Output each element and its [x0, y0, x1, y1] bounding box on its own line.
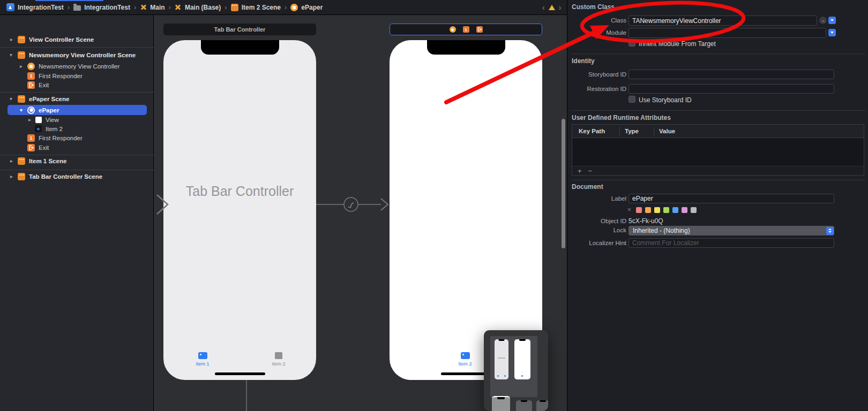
- inherit-module-label: Inherit Module From Target: [639, 40, 716, 48]
- scene-icon: [231, 4, 238, 11]
- clear-color-button[interactable]: ×: [627, 206, 631, 214]
- color-swatch-yellow[interactable]: [654, 207, 660, 213]
- nav-back-button[interactable]: ‹: [542, 4, 545, 11]
- localizer-hint-label: Localizer Hint: [567, 240, 626, 246]
- canvas-minimap[interactable]: [484, 330, 548, 411]
- object-id-value: 5cX-Fk-u0Q: [628, 217, 663, 225]
- use-storyboard-id-checkbox[interactable]: [628, 96, 635, 103]
- jump-to-class-button[interactable]: →: [819, 17, 827, 24]
- divider: [571, 110, 865, 111]
- chevron-right-icon[interactable]: ▸: [20, 62, 23, 71]
- breadcrumb-label: IntegrationTest: [84, 4, 130, 11]
- relationship-segue-icon: [344, 197, 358, 211]
- module-input[interactable]: [628, 28, 826, 38]
- lock-label: Lock: [567, 227, 626, 233]
- folder-icon: [73, 5, 81, 11]
- breadcrumb-separator: ›: [169, 3, 171, 11]
- section-title-custom-class: Custom Class: [572, 3, 615, 11]
- section-title-document: Document: [572, 183, 603, 191]
- sidebar-item-newsmemory-scene[interactable]: ▾ Newsmemory View Controller Scene: [0, 50, 154, 60]
- section-title-identity: Identity: [572, 57, 595, 65]
- chevron-down-icon: [830, 19, 834, 21]
- sidebar-item-exit[interactable]: Exit: [0, 80, 154, 90]
- minimap-phone: [492, 396, 510, 411]
- breadcrumb-group[interactable]: IntegrationTest: [73, 4, 130, 11]
- breadcrumb-view-controller[interactable]: ePaper: [290, 4, 323, 11]
- runtime-attributes-table[interactable]: Key Path Type Value + −: [572, 124, 864, 176]
- color-swatch-red[interactable]: [636, 207, 642, 213]
- lock-value: Inherited - (Nothing): [633, 227, 690, 234]
- class-input[interactable]: [628, 16, 817, 26]
- object-id-label: Object ID: [567, 218, 626, 224]
- sidebar-item-epaper-scene[interactable]: ▾ ePaper Scene: [0, 94, 154, 104]
- storyboard-icon: [175, 4, 182, 11]
- sidebar-item-item2[interactable]: ★ Item 2: [0, 124, 154, 134]
- view-controller-icon: [27, 106, 35, 114]
- sidebar-item-first-responder[interactable]: 1 First Responder: [0, 133, 154, 143]
- breadcrumb-scene[interactable]: Item 2 Scene: [231, 4, 281, 11]
- module-field-label: Module: [567, 29, 626, 36]
- tab-bar-item-icon: ★: [35, 125, 42, 132]
- document-outline: ▸ View Controller Scene ▾ Newsmemory Vie…: [0, 15, 154, 411]
- sidebar-item-view[interactable]: ▸ View: [0, 115, 154, 125]
- initial-entry-arrow-icon: [157, 195, 168, 214]
- view-icon: [35, 117, 42, 123]
- breadcrumb-storyboard-base[interactable]: Main (Base): [175, 4, 221, 11]
- breadcrumb-project[interactable]: IntegrationTest: [6, 3, 64, 11]
- sidebar-item-newsmemory-view-controller[interactable]: ▸ Newsmemory View Controller: [0, 62, 154, 71]
- first-responder-icon: 1: [27, 72, 35, 80]
- sidebar-item-exit[interactable]: Exit: [0, 143, 154, 153]
- sidebar-item-tab-bar-controller-scene[interactable]: ▸ Tab Bar Controller Scene: [0, 172, 154, 181]
- column-value: Value: [659, 125, 675, 138]
- chevron-right-icon[interactable]: ▸: [10, 35, 13, 44]
- chevron-down-icon[interactable]: ▾: [10, 50, 12, 60]
- document-label-input[interactable]: [628, 194, 834, 203]
- breadcrumb-storyboard[interactable]: Main: [140, 4, 164, 11]
- localizer-hint-input[interactable]: [628, 238, 834, 248]
- chevron-right-icon[interactable]: ▸: [10, 156, 13, 166]
- minimap-phone: [514, 339, 530, 379]
- sidebar-item-item1-scene[interactable]: ▸ Item 1 Scene: [0, 156, 154, 166]
- restoration-id-label: Restoration ID: [567, 86, 626, 92]
- sidebar-item-view-controller-scene[interactable]: ▸ View Controller Scene: [0, 35, 154, 44]
- chevron-down-icon[interactable]: ▾: [10, 94, 12, 104]
- chevron-right-icon[interactable]: ▸: [28, 115, 31, 125]
- class-field-label: Class: [567, 17, 626, 24]
- vertical-scrollbar[interactable]: [562, 119, 565, 248]
- storyboard-icon: [140, 4, 147, 11]
- warning-icon[interactable]: [549, 5, 555, 10]
- exit-icon: [27, 144, 35, 151]
- breadcrumb-separator: ›: [285, 3, 287, 11]
- scene-icon: [18, 95, 25, 103]
- restoration-id-input[interactable]: [628, 84, 834, 94]
- jump-bar: IntegrationTest › IntegrationTest › Main…: [0, 0, 567, 15]
- nav-forward-button[interactable]: ›: [559, 4, 562, 11]
- color-swatch-gray[interactable]: [691, 207, 697, 213]
- divider: [0, 92, 154, 93]
- sidebar-item-epaper-selected[interactable]: ▾ ePaper: [0, 105, 154, 115]
- class-dropdown-button[interactable]: [828, 17, 836, 24]
- color-swatch-blue[interactable]: [672, 207, 678, 213]
- active-tab-indicator: [35, 0, 103, 1]
- divider: [0, 47, 154, 48]
- lock-popup-button[interactable]: Inherited - (Nothing): [628, 226, 834, 235]
- chevron-down-icon[interactable]: ▾: [20, 105, 23, 115]
- color-swatch-orange[interactable]: [645, 207, 651, 213]
- module-dropdown-button[interactable]: [828, 29, 836, 36]
- color-swatch-green[interactable]: [663, 207, 669, 213]
- breadcrumb-separator: ›: [225, 3, 227, 11]
- minimap-phone: [495, 339, 508, 379]
- scene-icon: [18, 36, 25, 43]
- remove-attribute-button[interactable]: −: [588, 168, 593, 174]
- chevron-right-icon[interactable]: ▸: [10, 172, 13, 181]
- column-divider: [654, 127, 654, 136]
- add-attribute-button[interactable]: +: [578, 168, 582, 174]
- exit-icon: [27, 81, 35, 89]
- storyboard-id-input[interactable]: [628, 70, 834, 79]
- minimap-viewport[interactable]: [490, 336, 537, 397]
- use-storyboard-id-label: Use Storyboard ID: [639, 96, 692, 104]
- color-swatch-purple[interactable]: [682, 207, 687, 213]
- popup-stepper-icon: [826, 227, 834, 235]
- sidebar-item-first-responder[interactable]: 1 First Responder: [0, 71, 154, 81]
- inherit-module-checkbox[interactable]: [628, 40, 635, 47]
